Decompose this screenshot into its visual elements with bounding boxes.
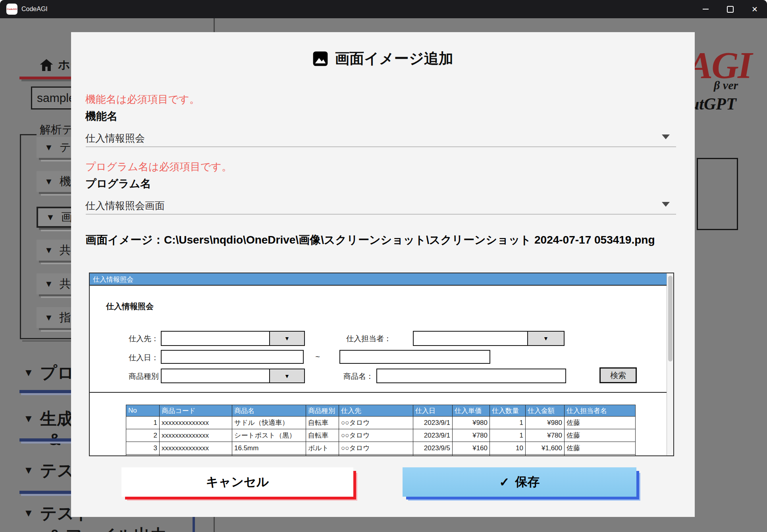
triangle-down-icon: ▼	[44, 245, 53, 255]
staff-dropdown-button: ▼	[527, 331, 565, 346]
preview-heading: 仕入情報照会	[106, 301, 154, 312]
table-cell: 2023/9/1	[413, 429, 453, 442]
table-cell	[526, 455, 565, 457]
chevron-down-icon[interactable]	[662, 134, 670, 139]
product-input	[376, 369, 566, 383]
save-button[interactable]: ✓ 保存	[403, 467, 636, 497]
dialog-title-row: 画面イメージ追加	[71, 49, 695, 69]
preview-divider	[90, 392, 673, 393]
table-cell: xxxxxxxxxxxxxx	[160, 442, 232, 455]
triangle-down-icon: ▼	[543, 335, 549, 342]
select-underline	[86, 146, 676, 147]
table-header-cell: 商品コード	[160, 405, 232, 417]
table-cell: 2023/9/5	[413, 442, 453, 455]
table-cell	[306, 455, 339, 457]
table-cell	[413, 455, 453, 457]
tilde-separator: ~	[312, 352, 320, 361]
table-cell	[160, 455, 232, 457]
supplier-dropdown-button: ▼	[269, 331, 305, 346]
maximize-icon	[727, 6, 734, 13]
background-accent-line	[193, 516, 195, 532]
triangle-down-icon: ▼	[23, 367, 34, 379]
minimize-icon	[703, 9, 709, 10]
table-cell	[232, 455, 306, 457]
table-header-row: No商品コード商品名商品種別仕入先仕入日仕入単価仕入数量仕入金額仕入担当者名	[126, 405, 636, 417]
table-cell	[126, 455, 160, 457]
table-cell: ¥980	[526, 417, 565, 429]
supplier-input	[161, 331, 270, 346]
supplier-label: 仕入先：	[114, 334, 159, 344]
search-button: 検索	[599, 367, 637, 383]
cancel-button[interactable]: キャンセル	[121, 467, 353, 497]
table-cell	[453, 455, 490, 457]
triangle-down-icon: ▼	[284, 373, 290, 379]
table-cell: サドル（快適車）	[232, 417, 306, 429]
table-cell	[565, 455, 636, 457]
scrollbar-thumb[interactable]	[668, 276, 673, 361]
triangle-down-icon: ▼	[44, 279, 53, 289]
table-cell: 2	[126, 429, 160, 442]
table-header-cell: 仕入数量	[490, 405, 526, 417]
triangle-down-icon: ▼	[46, 212, 55, 223]
table-cell: 佐藤	[565, 429, 636, 442]
table-cell: 自転車	[306, 417, 339, 429]
screen-image-preview: 仕入情報照会 仕入情報照会 仕入先： ▼ 仕入担当者： ▼ 仕入日： ~ 商品種…	[89, 273, 674, 456]
program-select[interactable]: 仕入情報照会画面	[85, 199, 165, 212]
product-label: 商品名：	[312, 371, 374, 382]
category-dropdown-button: ▼	[269, 369, 305, 383]
table-header-cell: 商品種別	[306, 405, 339, 417]
logo-beta-version: β ver	[714, 79, 738, 92]
triangle-down-icon: ▼	[44, 177, 53, 187]
preview-window-titlebar: 仕入情報照会	[90, 273, 673, 286]
window-title: CodeAGI	[21, 6, 48, 13]
preview-scrollbar	[667, 273, 673, 455]
image-icon	[312, 51, 328, 67]
table-cell: ○○タロウ	[339, 429, 413, 442]
home-icon	[40, 59, 53, 71]
app-window: CodeAGI CodeAGI ✕ ホー sample- 解析デー ▼テー ▼機…	[0, 0, 767, 532]
program-label: プログラム名	[85, 177, 151, 191]
table-row	[126, 455, 636, 457]
table-cell: 16.5mm	[232, 442, 306, 455]
check-icon: ✓	[499, 475, 510, 490]
table-header-cell: No	[126, 405, 160, 417]
function-select[interactable]: 仕入情報照会	[85, 132, 145, 145]
table-cell: ¥1,600	[526, 442, 565, 455]
chevron-down-icon[interactable]	[662, 202, 670, 207]
function-error-message: 機能名は必須項目です。	[85, 92, 200, 106]
table-cell: 1	[490, 417, 526, 429]
category-label: 商品種別	[114, 371, 159, 382]
table-cell: 1	[126, 417, 160, 429]
table-cell: ¥780	[526, 429, 565, 442]
preview-table: No商品コード商品名商品種別仕入先仕入日仕入単価仕入数量仕入金額仕入担当者名 1…	[126, 405, 636, 456]
table-cell: ボルト	[306, 442, 339, 455]
minimize-button[interactable]	[693, 0, 718, 18]
table-cell	[339, 455, 413, 457]
close-icon: ✕	[752, 6, 758, 13]
table-cell: xxxxxxxxxxxxxx	[160, 417, 232, 429]
table-cell: 3	[126, 442, 160, 455]
category-input	[161, 369, 270, 383]
triangle-down-icon: ▼	[23, 507, 34, 519]
table-row: 1xxxxxxxxxxxxxxサドル（快適車）自転車○○タロウ2023/9/1¥…	[126, 417, 636, 429]
triangle-down-icon: ▼	[23, 413, 34, 425]
select-underline	[86, 214, 676, 215]
add-screen-image-dialog: 画面イメージ追加 機能名は必須項目です。 機能名 仕入情報照会 プログラム名は必…	[71, 32, 695, 517]
triangle-down-icon: ▼	[23, 464, 34, 476]
table-cell: 1	[490, 429, 526, 442]
date-to-input	[339, 350, 490, 364]
window-titlebar: CodeAGI CodeAGI ✕	[0, 0, 767, 18]
date-label: 仕入日：	[114, 353, 159, 363]
table-cell: ¥160	[453, 442, 490, 455]
table-header-cell: 仕入先	[339, 405, 413, 417]
close-button[interactable]: ✕	[742, 0, 767, 18]
table-row: 2xxxxxxxxxxxxxxシートポスト（黒）自転車○○タロウ2023/9/1…	[126, 429, 636, 442]
table-cell: ○○タロウ	[339, 417, 413, 429]
background-panel-box	[697, 158, 738, 230]
image-path-text: 画面イメージ：C:\Users\nqdio\OneDrive\画像\スクリーンシ…	[85, 231, 665, 249]
table-cell: xxxxxxxxxxxxxx	[160, 429, 232, 442]
table-cell: シートポスト（黒）	[232, 429, 306, 442]
maximize-button[interactable]	[718, 0, 742, 18]
table-cell: ○○タロウ	[339, 442, 413, 455]
group-border	[20, 134, 37, 135]
